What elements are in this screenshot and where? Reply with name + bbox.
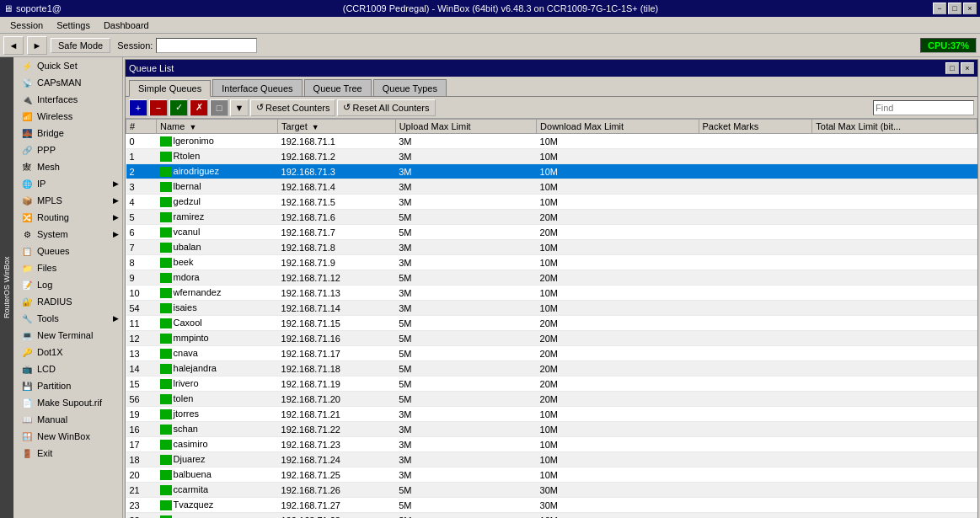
back-button[interactable]: ◄ [3,36,24,55]
row-status-icon [160,136,172,147]
sidebar-item-radius[interactable]: 🔐 RADIUS [13,293,122,310]
sidebar-item-quick-set[interactable]: ⚡ Quick Set [13,57,122,74]
table-cell: isaies [157,301,278,316]
cpu-indicator: CPU:37% [920,38,977,53]
sidebar-item-interfaces[interactable]: 🔌 Interfaces [13,91,122,108]
sidebar-item-files[interactable]: 📁 Files [13,259,122,276]
table-row[interactable]: 23Tvazquez192.168.71.275M30M [126,498,977,513]
sidebar-item-routing[interactable]: 🔀 Routing ▶ [13,209,122,226]
tab-simple-queues[interactable]: Simple Queues [129,80,211,97]
sidebar-item-ip[interactable]: 🌐 IP ▶ [13,175,122,192]
sidebar-item-dot1x[interactable]: 🔑 Dot1X [13,344,122,360]
find-input[interactable] [873,100,974,115]
session-input[interactable] [156,38,257,53]
queue-close-button[interactable]: × [961,62,974,74]
toolbar: ◄ ► Safe Mode Session: CPU:37% [0,34,980,57]
table-row[interactable]: 3lbernal192.168.71.43M10M [126,179,977,195]
table-row[interactable]: 12mmpinto192.168.71.165M20M [126,331,977,346]
col-target[interactable]: Target ▼ [278,120,396,134]
col-upload[interactable]: Upload Max Limit [395,120,536,134]
sidebar-item-partition[interactable]: 💾 Partition [13,377,122,394]
col-num[interactable]: # [126,120,157,134]
minimize-button[interactable]: − [933,3,946,14]
table-row[interactable]: 21ccarmita192.168.71.265M30M [126,483,977,498]
table-row[interactable]: 54isaies192.168.71.143M10M [126,301,977,316]
row-status-icon [160,440,172,450]
table-row[interactable]: 56tolen192.168.71.205M20M [126,392,977,407]
sidebar-label-mpls: MPLS [37,195,62,206]
remove-button[interactable]: − [149,99,168,116]
table-cell: 3M [395,195,536,210]
sidebar-item-make-supout[interactable]: 📄 Make Supout.rif [13,394,122,411]
close-button[interactable]: × [963,3,977,14]
sidebar-item-wireless[interactable]: 📶 Wireless [13,108,122,125]
menu-session[interactable]: Session [3,19,50,32]
table-row[interactable]: 8beek192.168.71.93M10M [126,255,977,270]
table-row[interactable]: 11Caxool192.168.71.155M20M [126,316,977,331]
table-row[interactable]: 14halejandra192.168.71.185M20M [126,361,977,376]
disable-button[interactable]: ✗ [190,99,208,116]
table-cell [699,513,812,519]
col-name[interactable]: Name ▼ [157,120,278,134]
sidebar-item-lcd[interactable]: 📺 LCD [13,360,122,377]
copy-button[interactable]: □ [210,99,228,116]
table-row[interactable]: 1Rtolen192.168.71.23M10M [126,149,977,164]
sidebar-item-new-winbox[interactable]: 🪟 New WinBox [13,428,122,445]
table-cell: lrivero [157,376,278,392]
table-row[interactable]: 0lgeronimo192.168.71.13M10M [126,134,977,149]
menu-dashboard[interactable]: Dashboard [97,19,156,32]
table-row[interactable]: 10wfernandez192.168.71.133M10M [126,286,977,301]
sidebar-item-mpls[interactable]: 📦 MPLS ▶ [13,192,122,209]
table-cell: 3M [395,301,536,316]
sidebar-item-capsman[interactable]: 📡 CAPsMAN [13,74,122,91]
sidebar-label-dot1x: Dot1X [37,347,63,357]
col-packet-marks[interactable]: Packet Marks [699,120,812,134]
table-row[interactable]: 2airodriguez192.168.71.33M10M [126,164,977,179]
table-row[interactable]: 19jtorres192.168.71.213M10M [126,407,977,422]
sidebar-item-bridge[interactable]: 🌉 Bridge [13,125,122,142]
table-row[interactable]: 17casimiro192.168.71.233M10M [126,437,977,452]
col-total-max[interactable]: Total Max Limit (bit... [812,120,977,134]
table-cell: Rtolen [157,149,278,164]
sidebar-item-log[interactable]: 📝 Log [13,276,122,293]
sidebar-item-ppp[interactable]: 🔗 PPP [13,142,122,158]
enable-button[interactable]: ✓ [169,99,188,116]
reset-counters-button[interactable]: ↺ Reset Counters [250,99,335,116]
sidebar-item-new-terminal[interactable]: 💻 New Terminal [13,327,122,344]
tab-queue-tree[interactable]: Queue Tree [304,79,372,96]
tab-queue-types[interactable]: Queue Types [373,79,447,96]
maximize-button[interactable]: □ [948,3,961,14]
filter-button[interactable]: ▼ [230,99,249,116]
reset-all-counters-button[interactable]: ↺ Reset All Counters [337,99,435,116]
sidebar-item-queues[interactable]: 📋 Queues [13,243,122,259]
sidebar-item-mesh[interactable]: 🕸 Mesh [13,158,122,175]
table-row[interactable]: 20balbuena192.168.71.253M10M [126,467,977,483]
table-row[interactable]: 4gedzul192.168.71.53M10M [126,195,977,210]
table-row[interactable]: 5ramirez192.168.71.65M20M [126,210,977,225]
col-download[interactable]: Download Max Limit [537,120,699,134]
sidebar-item-tools[interactable]: 🔧 Tools ▶ [13,310,122,327]
queue-table: # Name ▼ Target ▼ Upload Max Limit Downl… [126,119,977,518]
table-row[interactable]: 9mdora192.168.71.125M20M [126,270,977,286]
forward-button[interactable]: ► [27,36,47,55]
table-row[interactable]: 18Djuarez192.168.71.243M10M [126,452,977,467]
table-row[interactable]: 15lrivero192.168.71.195M20M [126,376,977,392]
sidebar-label-capsman: CAPsMAN [37,77,82,88]
sidebar-label-lcd: LCD [37,364,56,374]
add-button[interactable]: + [129,99,147,116]
sidebar-item-system[interactable]: ⚙ System ▶ [13,226,122,243]
table-cell: 4 [126,195,157,210]
queue-minimize-button[interactable]: □ [945,62,959,74]
table-row[interactable]: 13cnava192.168.71.175M20M [126,346,977,361]
table-cell: 192.168.71.18 [278,361,396,376]
tab-interface-queues[interactable]: Interface Queues [212,79,302,96]
menu-settings[interactable]: Settings [50,19,97,32]
table-row[interactable]: 22gmeza192.168.71.283M10M [126,513,977,519]
reset-all-counters-label: Reset All Counters [352,103,429,113]
sidebar-item-exit[interactable]: 🚪 Exit [13,445,122,462]
sidebar-item-manual[interactable]: 📖 Manual [13,411,122,428]
safe-mode-button[interactable]: Safe Mode [51,38,110,53]
table-row[interactable]: 7ubalan192.168.71.83M10M [126,240,977,255]
table-row[interactable]: 16schan192.168.71.223M10M [126,422,977,437]
table-row[interactable]: 6vcanul192.168.71.75M20M [126,225,977,240]
